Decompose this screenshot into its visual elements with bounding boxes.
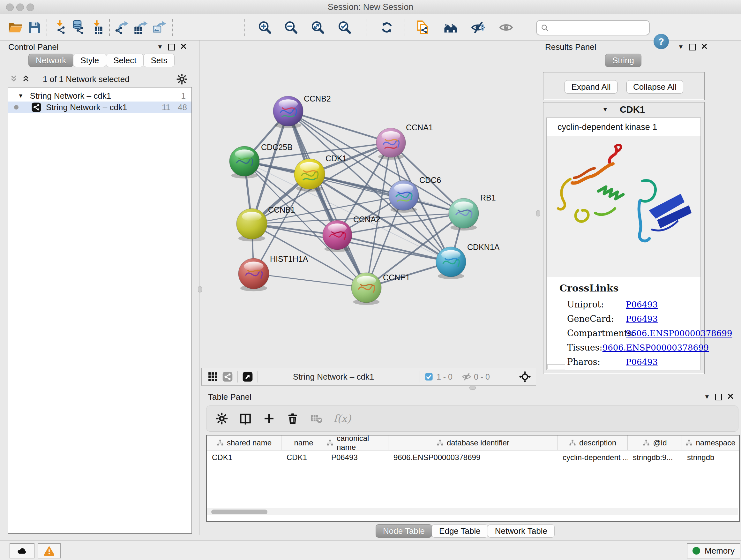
expand-all-button[interactable]: Expand All: [564, 80, 617, 94]
results-scrollbar-stub[interactable]: [547, 364, 565, 369]
network-edge[interactable]: [254, 273, 366, 288]
collapse-all-button[interactable]: Collapse All: [626, 80, 683, 94]
warnings-button[interactable]: [38, 543, 61, 558]
collapse-gene-icon[interactable]: ▼: [602, 106, 608, 113]
float-panel-icon[interactable]: [689, 44, 696, 51]
show-columns-icon[interactable]: [239, 412, 252, 425]
export-network-button[interactable]: [114, 20, 130, 35]
column-header--id[interactable]: @id: [628, 435, 682, 450]
network-node-CCNE1[interactable]: [351, 273, 381, 305]
tab-network-table[interactable]: Network Table: [488, 524, 555, 538]
refresh-icon: [380, 20, 394, 35]
column-header-namespace[interactable]: namespace: [682, 435, 739, 450]
table-toolbar: f(x): [206, 406, 738, 432]
crosslink-row: Tissues:9606.ENSP00000378699: [567, 340, 695, 355]
apply-layout-button[interactable]: [379, 20, 394, 35]
crosslink-link[interactable]: P06493: [626, 314, 658, 324]
network-node-CCNB1[interactable]: [237, 208, 267, 241]
search-input[interactable]: [549, 22, 649, 34]
warning-icon: [44, 545, 55, 556]
network-node-RB1[interactable]: [449, 198, 479, 231]
network-view-share-icon[interactable]: [222, 371, 233, 382]
tab-network[interactable]: Network: [28, 54, 73, 67]
node-label: CDC6: [419, 176, 441, 185]
birdseye-view-icon[interactable]: [242, 371, 253, 382]
window-title: Session: New Session: [0, 0, 741, 14]
export-table-button[interactable]: [133, 20, 149, 35]
table-panel-window-controls: ▼: [704, 393, 734, 401]
crosslink-link[interactable]: 9606.ENSP00000378699: [603, 343, 709, 353]
splitter-handle[interactable]: [469, 386, 476, 390]
column-header-name[interactable]: name: [281, 435, 326, 450]
network-row-selected[interactable]: String Network – cdk1 11 48: [8, 102, 192, 113]
crosslink-link[interactable]: P06493: [626, 357, 658, 367]
zoom-out-icon: [284, 20, 298, 35]
import-network-button[interactable]: [52, 20, 67, 35]
crosslink-link[interactable]: P06493: [626, 300, 658, 309]
node-label: HIST1H1A: [270, 254, 308, 263]
selected-checkbox-icon[interactable]: [424, 372, 433, 381]
network-node-CDKN1A[interactable]: [436, 247, 466, 279]
tab-node-table[interactable]: Node Table: [376, 524, 432, 538]
memory-button[interactable]: Memory: [687, 543, 740, 558]
tab-sets[interactable]: Sets: [143, 54, 175, 67]
hide-selected-button[interactable]: [470, 20, 486, 35]
tab-string[interactable]: String: [605, 54, 642, 67]
tab-style[interactable]: Style: [73, 54, 106, 67]
zoom-out-button[interactable]: [283, 20, 299, 35]
tab-edge-table[interactable]: Edge Table: [432, 524, 488, 538]
collapse-panel-icon[interactable]: ▼: [678, 44, 684, 51]
network-edge[interactable]: [337, 235, 451, 262]
column-header-shared-name[interactable]: shared name: [207, 435, 281, 450]
splitter-handle[interactable]: [536, 210, 540, 216]
crosslink-link[interactable]: 9606.ENSP00000378699: [626, 328, 732, 338]
column-header-database-identifier[interactable]: database identifier: [388, 435, 557, 450]
close-panel-icon[interactable]: [727, 393, 734, 401]
network-edge[interactable]: [288, 111, 391, 143]
open-session-button[interactable]: [8, 20, 23, 35]
zoom-fit-button[interactable]: [310, 20, 326, 35]
collection-count: 1: [181, 91, 186, 101]
save-session-button[interactable]: [27, 20, 42, 35]
collapse-all-networks-icon[interactable]: [21, 74, 30, 85]
help-button[interactable]: ?: [654, 34, 669, 49]
float-panel-icon[interactable]: [715, 394, 722, 400]
export-image-button[interactable]: [152, 20, 167, 35]
import-table-button[interactable]: [89, 20, 104, 35]
add-column-icon[interactable]: [263, 412, 275, 425]
collapse-panel-icon[interactable]: ▼: [704, 393, 710, 400]
cloud-button[interactable]: [10, 543, 35, 558]
tree-icon: [685, 439, 693, 447]
table-row[interactable]: CDK1CDK1P064939606.ENSP00000378699cyclin…: [207, 450, 739, 464]
gene-header[interactable]: ▼ CDK1: [543, 102, 704, 117]
table-cell: P06493: [326, 453, 388, 462]
network-node-HIST1H1A[interactable]: [239, 258, 269, 291]
close-panel-icon[interactable]: [701, 43, 708, 51]
column-header-description[interactable]: description: [557, 435, 628, 450]
network-node-CCNA1[interactable]: [376, 128, 406, 160]
fit-crosshair-icon[interactable]: [519, 370, 531, 383]
new-network-from-selection-button[interactable]: [415, 20, 430, 35]
table-options-gear-icon[interactable]: [215, 412, 228, 425]
collapse-panel-icon[interactable]: ▼: [157, 44, 163, 51]
network-node-CDK1[interactable]: [294, 159, 325, 192]
expand-all-networks-icon[interactable]: [9, 74, 18, 85]
close-panel-icon[interactable]: [180, 43, 187, 51]
float-panel-icon[interactable]: [168, 44, 175, 51]
zoom-in-button[interactable]: [257, 20, 273, 35]
network-options-gear-icon[interactable]: [176, 73, 188, 85]
show-all-button[interactable]: [498, 20, 514, 35]
delete-column-icon[interactable]: [286, 412, 299, 425]
column-header-canonical-name[interactable]: canonical name: [326, 435, 388, 450]
import-network-database-button[interactable]: [70, 20, 85, 35]
tree-expander-icon[interactable]: ▼: [18, 92, 23, 99]
network-canvas[interactable]: CCNB2CCNA1CDC25BCDK1CDC6RB1CCNB1CCNA2CDK…: [201, 40, 536, 368]
first-neighbors-button[interactable]: [443, 20, 458, 35]
grid-view-icon[interactable]: [207, 371, 218, 382]
network-collection-row[interactable]: ▼ String Network – cdk1 1: [8, 90, 192, 102]
node-label: CDC25B: [261, 143, 293, 152]
table-scrollbar-thumb[interactable]: [211, 509, 267, 514]
tab-select[interactable]: Select: [106, 54, 144, 67]
network-node-CDC25B[interactable]: [229, 146, 259, 179]
zoom-selected-button[interactable]: [337, 20, 352, 35]
